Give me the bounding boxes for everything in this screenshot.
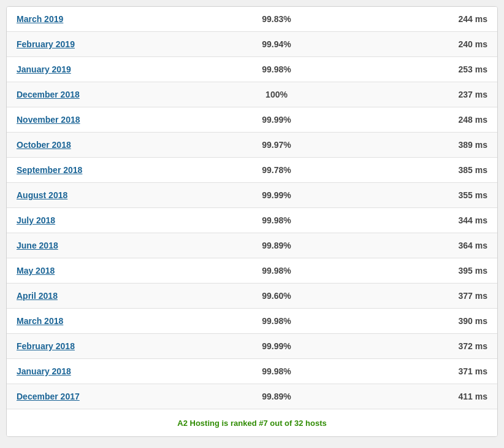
uptime-cell: 99.98% — [203, 359, 350, 384]
table-row: October 201899.97%389 ms — [7, 133, 497, 158]
response-cell: 377 ms — [350, 284, 497, 309]
response-cell: 344 ms — [350, 208, 497, 233]
month-cell: February 2018 — [7, 334, 203, 359]
uptime-cell: 99.98% — [203, 208, 350, 233]
month-cell: August 2018 — [7, 183, 203, 208]
table-row: December 2018100%237 ms — [7, 82, 497, 107]
month-cell: November 2018 — [7, 107, 203, 133]
uptime-cell: 99.98% — [203, 57, 350, 82]
month-link[interactable]: June 2018 — [17, 241, 58, 250]
month-link[interactable]: July 2018 — [17, 215, 55, 225]
month-link[interactable]: February 2019 — [17, 39, 75, 49]
uptime-cell: 99.99% — [203, 334, 350, 359]
uptime-cell: 99.78% — [203, 158, 350, 183]
table-row: January 201899.98%371 ms — [7, 359, 497, 384]
month-cell: July 2018 — [7, 208, 203, 233]
response-cell: 240 ms — [350, 32, 497, 57]
table-row: April 201899.60%377 ms — [7, 284, 497, 309]
month-cell: December 2017 — [7, 384, 203, 409]
table-row: December 201799.89%411 ms — [7, 384, 497, 409]
month-cell: May 2018 — [7, 258, 203, 284]
response-cell: 372 ms — [350, 334, 497, 359]
month-link[interactable]: January 2018 — [17, 366, 71, 376]
uptime-cell: 99.83% — [203, 7, 350, 32]
month-link[interactable]: November 2018 — [17, 115, 80, 125]
uptime-cell: 99.60% — [203, 284, 350, 309]
month-cell: January 2019 — [7, 57, 203, 82]
table-row: May 201899.98%395 ms — [7, 258, 497, 284]
uptime-cell: 99.99% — [203, 107, 350, 133]
month-link[interactable]: December 2018 — [17, 90, 80, 99]
month-link[interactable]: January 2019 — [17, 64, 71, 74]
table-row: September 201899.78%385 ms — [7, 158, 497, 183]
table-row: January 201999.98%253 ms — [7, 57, 497, 82]
response-cell: 237 ms — [350, 82, 497, 107]
table-row: November 201899.99%248 ms — [7, 107, 497, 133]
month-link[interactable]: February 2018 — [17, 341, 75, 351]
response-cell: 244 ms — [350, 7, 497, 32]
response-cell: 385 ms — [350, 158, 497, 183]
month-link[interactable]: May 2018 — [17, 266, 55, 276]
uptime-cell: 99.99% — [203, 183, 350, 208]
table-row: June 201899.89%364 ms — [7, 233, 497, 258]
table-row: March 201999.83%244 ms — [7, 7, 497, 32]
month-cell: March 2019 — [7, 7, 203, 32]
uptime-cell: 99.94% — [203, 32, 350, 57]
month-link[interactable]: March 2018 — [17, 316, 63, 326]
month-link[interactable]: August 2018 — [17, 190, 67, 200]
month-cell: September 2018 — [7, 158, 203, 183]
response-cell: 390 ms — [350, 309, 497, 334]
month-cell: April 2018 — [7, 284, 203, 309]
footer-row: A2 Hosting is ranked #7 out of 32 hosts — [7, 409, 497, 436]
table-row: August 201899.99%355 ms — [7, 183, 497, 208]
ranking-text: A2 Hosting is ranked #7 out of 32 hosts — [177, 419, 326, 428]
uptime-cell: 99.97% — [203, 133, 350, 158]
uptime-cell: 99.89% — [203, 384, 350, 409]
response-cell: 411 ms — [350, 384, 497, 409]
uptime-cell: 100% — [203, 82, 350, 107]
month-link[interactable]: March 2019 — [17, 14, 63, 24]
month-cell: October 2018 — [7, 133, 203, 158]
table-row: February 201999.94%240 ms — [7, 32, 497, 57]
table-row: February 201899.99%372 ms — [7, 334, 497, 359]
table-row: March 201899.98%390 ms — [7, 309, 497, 334]
response-cell: 389 ms — [350, 133, 497, 158]
month-link[interactable]: December 2017 — [17, 392, 80, 401]
table-row: July 201899.98%344 ms — [7, 208, 497, 233]
response-cell: 355 ms — [350, 183, 497, 208]
response-cell: 371 ms — [350, 359, 497, 384]
response-cell: 364 ms — [350, 233, 497, 258]
response-cell: 248 ms — [350, 107, 497, 133]
uptime-cell: 99.89% — [203, 233, 350, 258]
month-cell: January 2018 — [7, 359, 203, 384]
uptime-cell: 99.98% — [203, 309, 350, 334]
uptime-cell: 99.98% — [203, 258, 350, 284]
month-cell: December 2018 — [7, 82, 203, 107]
month-cell: June 2018 — [7, 233, 203, 258]
month-cell: February 2019 — [7, 32, 203, 57]
month-link[interactable]: September 2018 — [17, 165, 82, 175]
uptime-table: March 201999.83%244 msFebruary 201999.94… — [7, 7, 497, 409]
response-cell: 253 ms — [350, 57, 497, 82]
response-cell: 395 ms — [350, 258, 497, 284]
month-link[interactable]: October 2018 — [17, 140, 71, 150]
main-container: March 201999.83%244 msFebruary 201999.94… — [6, 6, 498, 437]
month-cell: March 2018 — [7, 309, 203, 334]
month-link[interactable]: April 2018 — [17, 291, 58, 301]
